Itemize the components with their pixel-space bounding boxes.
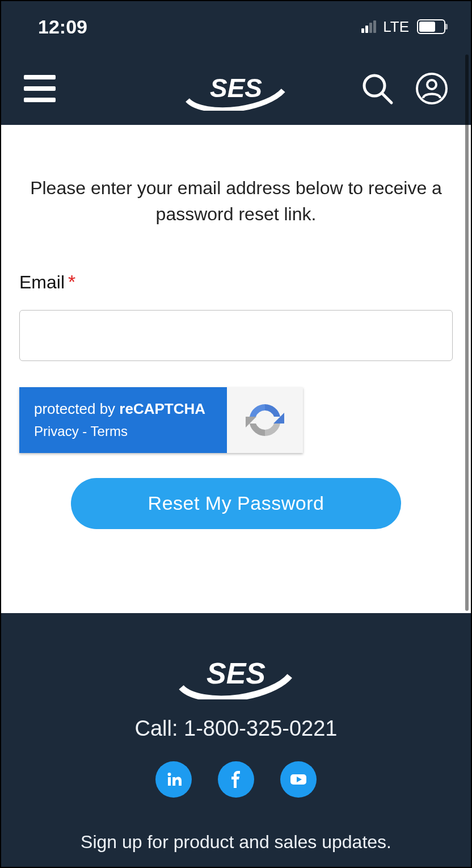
signal-icon [361, 20, 376, 33]
profile-icon[interactable] [415, 72, 448, 105]
menu-icon[interactable] [24, 75, 56, 102]
footer-phone[interactable]: Call: 1-800-325-0221 [24, 716, 448, 741]
signup-prompt: Sign up for product and sales updates. [24, 832, 448, 853]
recaptcha-privacy-link[interactable]: Privacy [34, 423, 79, 439]
required-mark: * [68, 271, 75, 292]
brand-logo[interactable]: SES [183, 64, 289, 113]
linkedin-icon[interactable] [155, 761, 192, 798]
footer-logo[interactable]: SES [24, 646, 448, 699]
status-time: 12:09 [38, 16, 87, 38]
svg-text:SES: SES [210, 73, 262, 103]
status-bar: 12:09 LTE [1, 1, 471, 52]
recaptcha-title: protected by reCAPTCHA [34, 400, 212, 418]
svg-text:SES: SES [206, 657, 266, 690]
instruction-text: Please enter your email address below to… [19, 175, 453, 228]
recaptcha-badge: protected by reCAPTCHA Privacy - Terms [19, 387, 303, 453]
svg-line-3 [382, 94, 391, 103]
recaptcha-icon [227, 387, 303, 453]
network-label: LTE [383, 18, 409, 36]
email-label: Email* [19, 271, 453, 293]
recaptcha-terms-link[interactable]: Terms [91, 423, 128, 439]
recaptcha-separator: - [79, 423, 91, 439]
youtube-icon[interactable] [280, 761, 317, 798]
main-content: Please enter your email address below to… [1, 125, 471, 613]
email-field[interactable] [19, 310, 453, 361]
search-icon[interactable] [361, 72, 394, 105]
nav-header: SES [1, 52, 471, 125]
status-indicators: LTE [361, 18, 445, 36]
facebook-icon[interactable] [218, 761, 254, 798]
footer: SES Call: 1-800-325-0221 Sign up for pro… [1, 613, 471, 867]
scrollbar[interactable] [465, 54, 469, 611]
social-links [24, 761, 448, 798]
svg-point-5 [427, 80, 436, 89]
battery-icon [417, 19, 445, 34]
reset-password-button[interactable]: Reset My Password [71, 478, 401, 529]
